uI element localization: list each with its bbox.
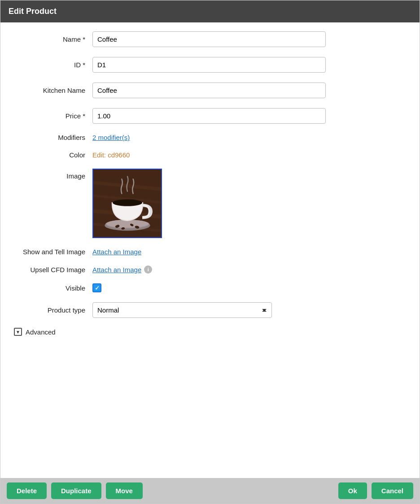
advanced-row: ▼ Advanced <box>14 328 406 336</box>
svg-point-10 <box>113 200 142 206</box>
product-type-label: Product type <box>14 306 92 314</box>
name-input[interactable] <box>92 31 326 47</box>
id-input[interactable] <box>92 57 326 73</box>
edit-product-dialog: Edit Product Name * ID * Kitchen Name Pr… <box>0 0 420 504</box>
modifiers-row: Modifiers 2 modifier(s) <box>14 134 406 141</box>
id-row: ID * <box>14 57 406 73</box>
upsell-link[interactable]: Attach an Image <box>92 266 141 274</box>
kitchen-name-label: Kitchen Name <box>14 87 92 94</box>
advanced-arrow-icon: ▼ <box>16 330 20 335</box>
kitchen-name-input[interactable] <box>92 83 326 98</box>
dialog-body: Name * ID * Kitchen Name Price * Modifie… <box>0 22 420 478</box>
color-row: Color Edit: cd9660 <box>14 151 406 159</box>
color-label: Color <box>14 151 92 159</box>
product-type-row: Product type Normal Combo Modifier <box>14 302 406 318</box>
cancel-button[interactable]: Cancel <box>372 482 413 499</box>
move-button[interactable]: Move <box>106 482 143 499</box>
visible-row: Visible ✓ <box>14 283 406 292</box>
show-tell-link[interactable]: Attach an Image <box>92 248 141 256</box>
visible-checkbox[interactable]: ✓ <box>92 283 101 292</box>
image-label: Image <box>14 169 92 180</box>
modifiers-link[interactable]: 2 modifier(s) <box>92 134 130 141</box>
check-icon: ✓ <box>95 285 100 291</box>
dialog-header: Edit Product <box>0 0 420 22</box>
upsell-row: Upsell CFD Image Attach an Image i <box>14 265 406 274</box>
image-row: Image <box>14 169 406 238</box>
dialog-title: Edit Product <box>9 7 57 16</box>
modifiers-label: Modifiers <box>14 134 92 141</box>
dialog-footer: Delete Duplicate Move Ok Cancel <box>0 478 420 504</box>
show-tell-row: Show and Tell Image Attach an Image <box>14 248 406 256</box>
kitchen-name-row: Kitchen Name <box>14 83 406 98</box>
id-label: ID * <box>14 61 92 69</box>
advanced-checkbox[interactable]: ▼ <box>14 328 22 336</box>
price-row: Price * <box>14 108 406 124</box>
advanced-label[interactable]: Advanced <box>26 328 56 336</box>
name-row: Name * <box>14 31 406 47</box>
product-type-select[interactable]: Normal Combo Modifier <box>92 302 272 318</box>
color-link[interactable]: Edit: cd9660 <box>92 151 130 159</box>
upsell-label: Upsell CFD Image <box>14 266 92 274</box>
visible-label: Visible <box>14 284 92 292</box>
name-label: Name * <box>14 35 92 43</box>
info-icon[interactable]: i <box>144 265 152 274</box>
ok-button[interactable]: Ok <box>338 482 367 499</box>
price-input[interactable] <box>92 108 326 124</box>
product-image[interactable] <box>92 169 162 238</box>
show-tell-label: Show and Tell Image <box>14 248 92 256</box>
duplicate-button[interactable]: Duplicate <box>51 482 101 499</box>
price-label: Price * <box>14 112 92 120</box>
delete-button[interactable]: Delete <box>7 482 47 499</box>
coffee-image-svg <box>93 169 161 237</box>
